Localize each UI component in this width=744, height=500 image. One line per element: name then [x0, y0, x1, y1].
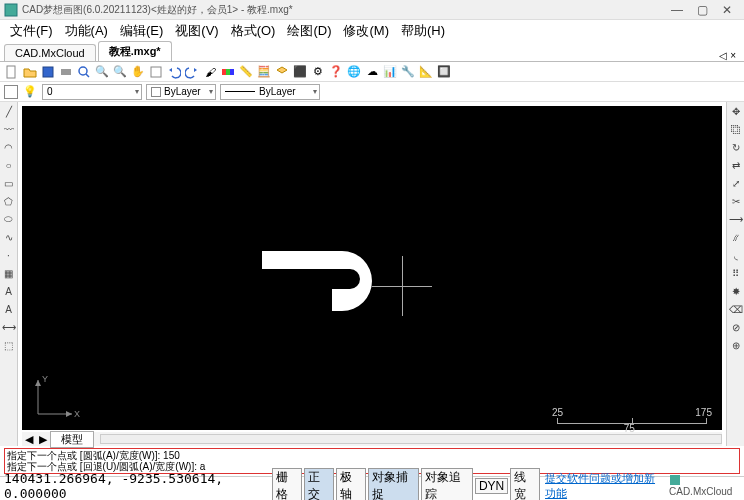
extend-tool-icon[interactable]: ⟶ — [729, 212, 743, 226]
new-icon[interactable] — [4, 64, 20, 80]
menu-modify[interactable]: 修改(M) — [339, 20, 393, 42]
offset-tool-icon[interactable]: ⫽ — [729, 230, 743, 244]
tool-b-icon[interactable]: 📐 — [418, 64, 434, 80]
preview-icon[interactable] — [76, 64, 92, 80]
rect-tool-icon[interactable]: ▭ — [2, 176, 16, 190]
hscrollbar[interactable] — [100, 434, 722, 444]
svg-rect-7 — [222, 69, 226, 75]
settings-icon[interactable]: ⚙ — [310, 64, 326, 80]
cloud-icon[interactable]: ☁ — [364, 64, 380, 80]
scroll-right-icon[interactable]: ▶ — [36, 433, 50, 446]
menu-draw[interactable]: 绘图(D) — [283, 20, 335, 42]
erase-tool-icon[interactable]: ⌫ — [729, 302, 743, 316]
tab-document[interactable]: 教程.mxg* — [98, 41, 172, 61]
menu-edit[interactable]: 编辑(E) — [116, 20, 167, 42]
undo-icon[interactable] — [166, 64, 182, 80]
menu-view[interactable]: 视图(V) — [171, 20, 222, 42]
tool-c-icon[interactable]: 🔲 — [436, 64, 452, 80]
block-icon[interactable]: ⬛ — [292, 64, 308, 80]
break-tool-icon[interactable]: ⊘ — [729, 320, 743, 334]
ortho-toggle[interactable]: 正交 — [304, 468, 334, 501]
polar-toggle[interactable]: 极轴 — [336, 468, 366, 501]
mirror-tool-icon[interactable]: ⇄ — [729, 158, 743, 172]
fillet-tool-icon[interactable]: ◟ — [729, 248, 743, 262]
hatch-tool-icon[interactable]: ▦ — [2, 266, 16, 280]
menu-file[interactable]: 文件(F) — [6, 20, 57, 42]
scale-tool-icon[interactable]: ⤢ — [729, 176, 743, 190]
layer-state-icon[interactable]: 💡 — [22, 84, 38, 100]
arc-tool-icon[interactable]: ◠ — [2, 140, 16, 154]
spline-tool-icon[interactable]: ∿ — [2, 230, 16, 244]
join-tool-icon[interactable]: ⊕ — [729, 338, 743, 352]
help-icon[interactable]: ❓ — [328, 64, 344, 80]
layer-dropdown[interactable]: 0 — [42, 84, 142, 100]
model-tab[interactable]: 模型 — [50, 431, 94, 448]
canvas-area: Y X 25 75 175 ◀ ▶ 模型 — [18, 102, 726, 446]
line-tool-icon[interactable]: ╱ — [2, 104, 16, 118]
maximize-button[interactable]: ▢ — [697, 3, 708, 17]
scale-tick-c: 175 — [695, 407, 712, 418]
linetype-dropdown[interactable]: ByLayer — [220, 84, 320, 100]
point-tool-icon[interactable]: · — [2, 248, 16, 262]
svg-rect-1 — [7, 66, 15, 78]
save-icon[interactable] — [40, 64, 56, 80]
dim-tool-icon[interactable]: ⟷ — [2, 320, 16, 334]
color-dropdown[interactable]: ByLayer — [146, 84, 216, 100]
grid-toggle[interactable]: 栅格 — [272, 468, 302, 501]
zoom-window-icon[interactable]: 🔍 — [112, 64, 128, 80]
scale-bar: 25 75 175 — [557, 423, 712, 424]
tab-cloud[interactable]: CAD.MxCloud — [4, 44, 96, 61]
circle-tool-icon[interactable]: ○ — [2, 158, 16, 172]
globe-icon[interactable]: 🌐 — [346, 64, 362, 80]
feedback-link[interactable]: 提交软件问题或增加新功能 — [545, 471, 665, 501]
color-swatch[interactable] — [4, 85, 18, 99]
drawing-canvas[interactable]: Y X 25 75 175 — [22, 106, 722, 430]
text-tool-icon[interactable]: A — [2, 284, 16, 298]
mtext-tool-icon[interactable]: A — [2, 302, 16, 316]
dyn-toggle[interactable]: DYN — [475, 478, 508, 494]
chart-icon[interactable]: 📊 — [382, 64, 398, 80]
menu-format[interactable]: 格式(O) — [227, 20, 280, 42]
pline-tool-icon[interactable]: 〰 — [2, 122, 16, 136]
menu-func[interactable]: 功能(A) — [61, 20, 112, 42]
close-button[interactable]: ✕ — [722, 3, 732, 17]
minimize-button[interactable]: — — [671, 3, 683, 17]
workspace: ╱ 〰 ◠ ○ ▭ ⬠ ⬭ ∿ · ▦ A A ⟷ ⬚ — [0, 102, 744, 446]
window-title: CAD梦想画图(6.0.20211123)<姓赵的好，会员1> - 教程.mxg… — [22, 3, 671, 17]
ellipse-tool-icon[interactable]: ⬭ — [2, 212, 16, 226]
palette-icon[interactable] — [220, 64, 236, 80]
dist-icon[interactable]: 📏 — [238, 64, 254, 80]
redo-icon[interactable] — [184, 64, 200, 80]
otrack-toggle[interactable]: 对象追踪 — [421, 468, 473, 501]
lineweight-toggle[interactable]: 线宽 — [510, 468, 540, 501]
menu-help[interactable]: 帮助(H) — [397, 20, 449, 42]
svg-line-5 — [86, 74, 89, 77]
layer-icon[interactable] — [274, 64, 290, 80]
pan-icon[interactable]: ✋ — [130, 64, 146, 80]
svg-text:X: X — [74, 409, 80, 419]
linetype-value: ByLayer — [259, 86, 296, 97]
open-icon[interactable] — [22, 64, 38, 80]
tool-a-icon[interactable]: 🔧 — [400, 64, 416, 80]
rotate-tool-icon[interactable]: ↻ — [729, 140, 743, 154]
brand-label: CAD.MxCloud — [665, 474, 744, 497]
svg-rect-3 — [61, 69, 71, 75]
print-icon[interactable] — [58, 64, 74, 80]
scroll-left-icon[interactable]: ◀ — [22, 433, 36, 446]
window-controls: — ▢ ✕ — [671, 3, 740, 17]
move-tool-icon[interactable]: ✥ — [729, 104, 743, 118]
array-tool-icon[interactable]: ⠿ — [729, 266, 743, 280]
block-tool-icon[interactable]: ⬚ — [2, 338, 16, 352]
copy-tool-icon[interactable]: ⿻ — [729, 122, 743, 136]
cmd-history-line: 指定下一个点或 [圆弧(A)/宽度(W)]: 150 — [7, 450, 737, 461]
tab-close-controls[interactable]: ◁ × — [715, 50, 740, 61]
osnap-toggle[interactable]: 对象捕捉 — [368, 468, 420, 501]
trim-tool-icon[interactable]: ✂ — [729, 194, 743, 208]
redraw-icon[interactable] — [148, 64, 164, 80]
explode-tool-icon[interactable]: ✸ — [729, 284, 743, 298]
matchprop-icon[interactable]: 🖌 — [202, 64, 218, 80]
coordinates-readout: 140431.266964, -9235.530614, 0.000000 — [0, 471, 271, 501]
zoom-icon[interactable]: 🔍 — [94, 64, 110, 80]
calc-icon[interactable]: 🧮 — [256, 64, 272, 80]
polygon-tool-icon[interactable]: ⬠ — [2, 194, 16, 208]
